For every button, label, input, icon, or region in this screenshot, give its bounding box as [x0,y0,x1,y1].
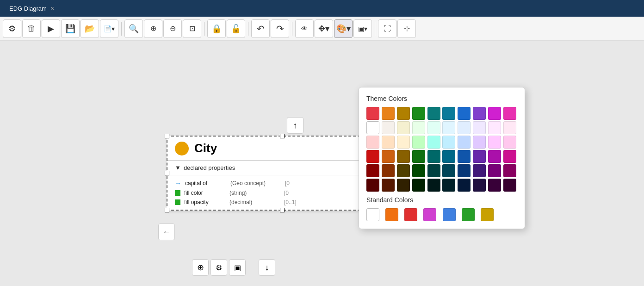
theme-color-swatch[interactable] [442,107,455,120]
theme-color-swatch[interactable] [397,107,410,120]
theme-color-swatch[interactable] [366,121,379,134]
redo-button[interactable]: ↷ [271,19,289,38]
theme-color-swatch[interactable] [473,150,486,163]
theme-color-swatch[interactable] [366,107,379,120]
standard-color-swatch[interactable] [366,208,379,221]
theme-color-swatch[interactable] [382,107,395,120]
edg-diagram-tab[interactable]: EDG Diagram × [4,2,60,15]
theme-color-swatch[interactable] [458,136,471,149]
theme-color-swatch[interactable] [488,121,501,134]
theme-color-swatch[interactable] [442,121,455,134]
canvas-area[interactable]: ↑ ← City ▼ declared properties → capital… [0,41,644,286]
zoom-out-button[interactable]: ⊖ [163,19,182,38]
theme-color-swatch[interactable] [473,107,486,120]
theme-color-swatch[interactable] [473,121,486,134]
theme-color-swatch[interactable] [382,150,395,163]
standard-color-swatch[interactable] [385,208,398,221]
delete-button[interactable]: 🗑 [22,19,41,38]
nav-up-arrow[interactable]: ↑ [287,117,303,134]
theme-color-swatch[interactable] [412,179,425,192]
theme-color-swatch[interactable] [503,179,516,192]
theme-color-swatch[interactable] [382,164,395,177]
unlock-button[interactable]: 🔓 [227,19,245,38]
theme-color-swatch[interactable] [382,121,395,134]
theme-color-swatch[interactable] [397,150,410,163]
theme-color-swatch[interactable] [427,150,440,163]
frame-button[interactable]: ▣▾ [353,19,372,38]
theme-color-swatch[interactable] [427,121,440,134]
eye-off-button[interactable]: 👁 [295,19,314,38]
toolbar-group-lock: 🔒 🔓 [207,19,245,38]
prop-name-capital-of: capital of [185,180,227,187]
settings-button[interactable]: ⚙ [3,19,21,38]
theme-color-swatch[interactable] [382,136,395,149]
theme-color-swatch[interactable] [366,164,379,177]
theme-color-swatch[interactable] [442,136,455,149]
theme-color-swatch[interactable] [366,150,379,163]
theme-color-swatch[interactable] [473,179,486,192]
theme-color-swatch[interactable] [382,179,395,192]
theme-color-swatch[interactable] [458,179,471,192]
theme-color-swatch[interactable] [366,179,379,192]
theme-color-swatch[interactable] [442,164,455,177]
theme-color-swatch[interactable] [488,164,501,177]
bottom-down-button[interactable]: ↓ [259,259,275,276]
undo-button[interactable]: ↶ [251,19,270,38]
bottom-sliders-button[interactable]: ⚙ [211,259,227,276]
standard-color-swatch[interactable] [481,208,494,221]
standard-color-swatch[interactable] [423,208,436,221]
standard-color-swatch[interactable] [462,208,475,221]
fit-button[interactable]: ⊡ [183,19,201,38]
theme-color-swatch[interactable] [458,121,471,134]
theme-color-swatch[interactable] [488,150,501,163]
expand-button[interactable]: ⛶ [378,19,396,38]
nav-left-arrow[interactable]: ← [158,224,175,240]
standard-color-swatch[interactable] [443,208,456,221]
theme-color-swatch[interactable] [397,179,410,192]
lock-button[interactable]: 🔒 [207,19,226,38]
move-button[interactable]: ✥▾ [315,19,333,38]
search-button[interactable]: 🔍 [124,19,143,38]
bottom-target-button[interactable]: ⊕ [192,259,209,276]
theme-color-swatch[interactable] [442,150,455,163]
theme-color-swatch[interactable] [366,136,379,149]
standard-color-swatch[interactable] [404,208,417,221]
theme-color-swatch[interactable] [427,179,440,192]
theme-color-swatch[interactable] [503,150,516,163]
theme-color-swatch[interactable] [503,136,516,149]
theme-color-swatch[interactable] [458,107,471,120]
theme-color-swatch[interactable] [427,164,440,177]
theme-color-swatch[interactable] [412,150,425,163]
theme-color-swatch[interactable] [427,136,440,149]
theme-color-swatch[interactable] [458,150,471,163]
theme-color-swatch[interactable] [412,121,425,134]
theme-color-swatch[interactable] [442,179,455,192]
shrink-button[interactable]: ⊹ [397,19,416,38]
theme-color-swatch[interactable] [427,107,440,120]
theme-color-swatch[interactable] [412,164,425,177]
save-button[interactable]: 💾 [61,19,80,38]
theme-color-swatch[interactable] [458,164,471,177]
bottom-frame-button[interactable]: ▣ [229,259,246,276]
theme-color-swatch[interactable] [473,136,486,149]
theme-color-swatch[interactable] [412,136,425,149]
theme-color-swatch[interactable] [488,107,501,120]
theme-color-swatch[interactable] [488,179,501,192]
zoom-in-button[interactable]: ⊕ [144,19,162,38]
toolbar-separator-4 [292,22,292,36]
open-button[interactable]: 📂 [80,19,99,38]
theme-color-swatch[interactable] [397,121,410,134]
theme-color-swatch[interactable] [503,107,516,120]
theme-color-swatch[interactable] [412,107,425,120]
theme-color-swatch[interactable] [397,164,410,177]
prop-range-capital-of: [0 [285,180,290,187]
theme-color-swatch[interactable] [503,121,516,134]
theme-color-swatch[interactable] [397,136,410,149]
theme-color-swatch[interactable] [488,136,501,149]
tab-close-button[interactable]: × [50,5,54,12]
theme-color-swatch[interactable] [473,164,486,177]
export-button[interactable]: 📄▾ [100,19,118,38]
palette-button[interactable]: 🎨▾ [334,19,353,38]
theme-color-swatch[interactable] [503,164,516,177]
run-button[interactable]: ▶ [42,19,60,38]
